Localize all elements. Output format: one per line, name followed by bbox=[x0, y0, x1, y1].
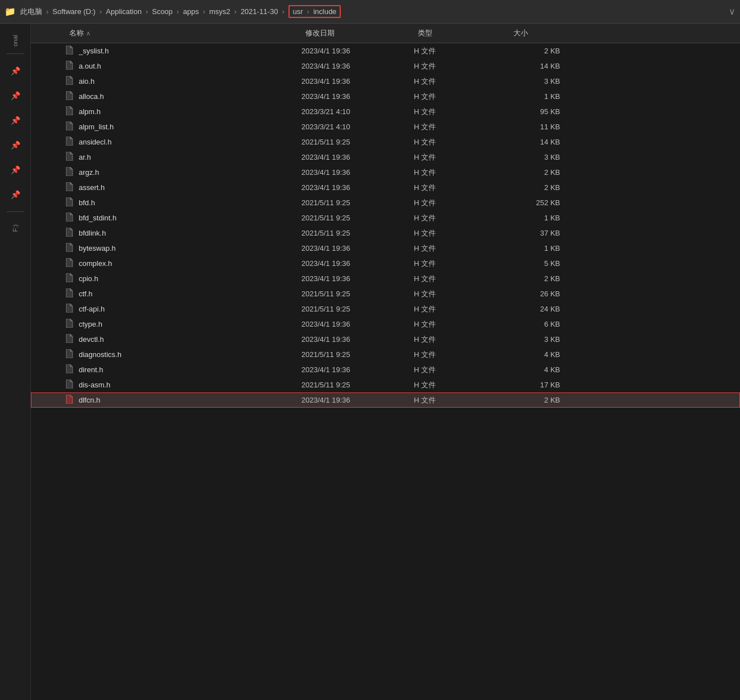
table-row[interactable]: devctl.h 2023/4/1 19:36 H 文件 3 KB bbox=[31, 332, 740, 347]
file-type: H 文件 bbox=[414, 92, 509, 102]
table-row[interactable]: aio.h 2023/4/1 19:36 H 文件 3 KB bbox=[31, 74, 740, 89]
col-header-name[interactable]: 名称 ∧ bbox=[65, 27, 301, 39]
table-row[interactable]: complex.h 2023/4/1 19:36 H 文件 5 KB bbox=[31, 256, 740, 271]
table-row[interactable]: ar.h 2023/4/1 19:36 H 文件 3 KB bbox=[31, 150, 740, 165]
table-row[interactable]: ansidecl.h 2021/5/11 9:25 H 文件 14 KB bbox=[31, 134, 740, 150]
sidebar-pin-1[interactable]: 📌 bbox=[5, 61, 25, 81]
file-name-cell: dlfcn.h bbox=[65, 395, 301, 405]
file-type: H 文件 bbox=[414, 137, 509, 147]
file-type: H 文件 bbox=[414, 152, 509, 162]
table-row[interactable]: dlfcn.h 2023/4/1 19:36 H 文件 2 KB bbox=[31, 392, 740, 408]
col-header-size[interactable]: 大小 bbox=[509, 27, 582, 39]
file-type: H 文件 bbox=[414, 259, 509, 269]
file-icon bbox=[65, 334, 74, 345]
table-row[interactable]: argz.h 2023/4/1 19:36 H 文件 2 KB bbox=[31, 165, 740, 180]
file-date: 2023/4/1 19:36 bbox=[301, 274, 414, 283]
file-icon bbox=[65, 106, 74, 117]
file-list[interactable]: _syslist.h 2023/4/1 19:36 H 文件 2 KB a.ou… bbox=[31, 43, 740, 700]
file-size: 24 KB bbox=[509, 305, 583, 313]
main-layout: onal 📌 📌 📌 📌 📌 📌 F:) 名称 ∧ 修改日期 类型 大小 bbox=[0, 24, 740, 700]
file-icon bbox=[65, 152, 74, 162]
sidebar-pin-5[interactable]: 📌 bbox=[5, 160, 25, 180]
table-row[interactable]: alpm.h 2023/3/21 4:10 H 文件 95 KB bbox=[31, 104, 740, 119]
file-icon bbox=[65, 243, 74, 254]
file-type: H 文件 bbox=[414, 395, 509, 405]
sidebar-pin-2[interactable]: 📌 bbox=[5, 85, 25, 106]
file-date: 2023/3/21 4:10 bbox=[301, 107, 414, 116]
file-name: assert.h bbox=[79, 183, 105, 192]
table-row[interactable]: assert.h 2023/4/1 19:36 H 文件 2 KB bbox=[31, 180, 740, 195]
file-icon bbox=[65, 61, 74, 71]
file-date: 2021/5/11 9:25 bbox=[301, 229, 414, 237]
file-icon bbox=[65, 228, 74, 238]
breadcrumb-sep-1: › bbox=[98, 7, 103, 16]
table-row[interactable]: bfd_stdint.h 2021/5/11 9:25 H 文件 1 KB bbox=[31, 210, 740, 225]
sidebar-pin-4[interactable]: 📌 bbox=[5, 135, 25, 155]
table-row[interactable]: diagnostics.h 2021/5/11 9:25 H 文件 4 KB bbox=[31, 347, 740, 362]
file-name-cell: ctf.h bbox=[65, 288, 301, 299]
file-type: H 文件 bbox=[414, 335, 509, 345]
table-row[interactable]: dis-asm.h 2021/5/11 9:25 H 文件 17 KB bbox=[31, 377, 740, 392]
breadcrumb-sep-2: › bbox=[144, 7, 150, 16]
file-icon bbox=[65, 46, 74, 56]
table-row[interactable]: bfdlink.h 2021/5/11 9:25 H 文件 37 KB bbox=[31, 225, 740, 241]
breadcrumb-usr: usr bbox=[293, 7, 303, 16]
breadcrumb-highlighted[interactable]: usr › include bbox=[288, 5, 341, 18]
table-row[interactable]: dirent.h 2023/4/1 19:36 H 文件 4 KB bbox=[31, 362, 740, 377]
file-name: a.out.h bbox=[79, 62, 101, 70]
table-row[interactable]: alpm_list.h 2023/3/21 4:10 H 文件 11 KB bbox=[31, 119, 740, 134]
breadcrumb-application: Application bbox=[106, 7, 142, 16]
table-row[interactable]: alloca.h 2023/4/1 19:36 H 文件 1 KB bbox=[31, 89, 740, 104]
file-size: 37 KB bbox=[509, 229, 583, 237]
file-name-cell: bfdlink.h bbox=[65, 228, 301, 238]
table-row[interactable]: ctype.h 2023/4/1 19:36 H 文件 6 KB bbox=[31, 317, 740, 332]
file-icon bbox=[65, 273, 74, 284]
sidebar-pin-3[interactable]: 📌 bbox=[5, 110, 25, 130]
table-row[interactable]: a.out.h 2023/4/1 19:36 H 文件 14 KB bbox=[31, 58, 740, 74]
file-name-cell: alpm_list.h bbox=[65, 121, 301, 132]
address-chevron[interactable]: ∨ bbox=[729, 6, 736, 17]
file-type: H 文件 bbox=[414, 289, 509, 299]
file-date: 2021/5/11 9:25 bbox=[301, 138, 414, 146]
file-icon bbox=[65, 288, 74, 299]
file-icon bbox=[65, 121, 74, 132]
breadcrumb-date: 2021-11-30 bbox=[241, 7, 278, 16]
file-type: H 文件 bbox=[414, 319, 509, 329]
table-row[interactable]: cpio.h 2023/4/1 19:36 H 文件 2 KB bbox=[31, 271, 740, 286]
sidebar-pin-6[interactable]: 📌 bbox=[5, 184, 25, 205]
file-size: 3 KB bbox=[509, 335, 583, 344]
file-date: 2021/5/11 9:25 bbox=[301, 214, 414, 222]
file-date: 2023/4/1 19:36 bbox=[301, 77, 414, 85]
file-name: dlfcn.h bbox=[79, 396, 100, 404]
col-type-label: 类型 bbox=[418, 28, 432, 38]
file-name: aio.h bbox=[79, 77, 94, 85]
col-header-date[interactable]: 修改日期 bbox=[301, 27, 413, 39]
breadcrumb-sep-h: › bbox=[305, 7, 311, 16]
file-size: 6 KB bbox=[509, 320, 583, 328]
table-row[interactable]: ctf.h 2021/5/11 9:25 H 文件 26 KB bbox=[31, 286, 740, 301]
file-name-cell: _syslist.h bbox=[65, 46, 301, 56]
file-size: 14 KB bbox=[509, 62, 583, 70]
file-size: 2 KB bbox=[509, 168, 583, 177]
breadcrumb-thispc: 此电脑 bbox=[20, 7, 42, 17]
file-icon bbox=[65, 349, 74, 360]
file-name-cell: cpio.h bbox=[65, 273, 301, 284]
table-row[interactable]: _syslist.h 2023/4/1 19:36 H 文件 2 KB bbox=[31, 43, 740, 58]
table-row[interactable]: bfd.h 2021/5/11 9:25 H 文件 252 KB bbox=[31, 195, 740, 210]
file-size: 252 KB bbox=[509, 198, 583, 207]
table-row[interactable]: byteswap.h 2023/4/1 19:36 H 文件 1 KB bbox=[31, 241, 740, 256]
col-header-type[interactable]: 类型 bbox=[413, 27, 509, 39]
file-date: 2021/5/11 9:25 bbox=[301, 198, 414, 207]
table-row[interactable]: ctf-api.h 2021/5/11 9:25 H 文件 24 KB bbox=[31, 301, 740, 317]
file-type: H 文件 bbox=[414, 198, 509, 208]
breadcrumb-msys2: msys2 bbox=[209, 7, 231, 16]
file-size: 4 KB bbox=[509, 350, 583, 359]
file-name-cell: argz.h bbox=[65, 167, 301, 178]
breadcrumb-software: Software (D:) bbox=[52, 7, 96, 16]
file-name-cell: alloca.h bbox=[65, 91, 301, 102]
address-bar[interactable]: 📁 此电脑 › Software (D:) › Application › Sc… bbox=[0, 0, 740, 24]
file-name-cell: aio.h bbox=[65, 76, 301, 87]
file-icon bbox=[65, 197, 74, 208]
col-size-label: 大小 bbox=[513, 28, 528, 38]
file-name: devctl.h bbox=[79, 335, 104, 344]
